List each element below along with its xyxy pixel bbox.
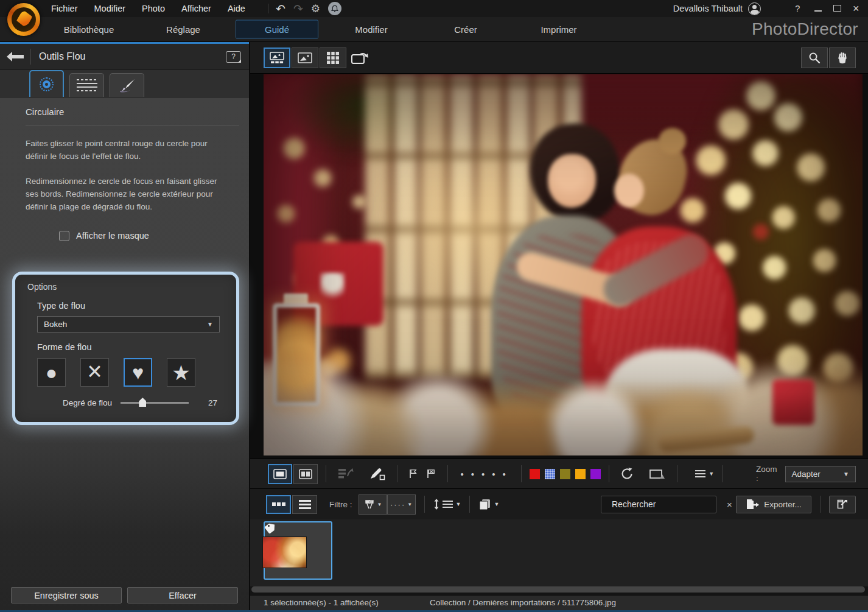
menu-modifier[interactable]: Modifier bbox=[94, 4, 126, 13]
panel-help-corner bbox=[238, 59, 241, 63]
menu-line bbox=[695, 470, 705, 471]
zoom-tool-button[interactable] bbox=[801, 47, 828, 68]
search-clear-icon[interactable]: × bbox=[727, 499, 732, 510]
rotate-canvas-button[interactable] bbox=[346, 47, 373, 68]
sort-arrows-icon bbox=[433, 499, 439, 510]
save-as-button[interactable]: Enregistrer sous bbox=[11, 587, 122, 603]
share-button[interactable] bbox=[829, 496, 856, 513]
menu-aide[interactable]: Aide bbox=[228, 4, 245, 13]
window-maximize-button[interactable] bbox=[833, 5, 841, 12]
mask-row: Afficher le masque bbox=[59, 231, 249, 241]
photo-canvas[interactable] bbox=[264, 74, 863, 455]
thumbnail-image[interactable] bbox=[262, 536, 307, 568]
sort-order-icon[interactable]: ▼ bbox=[433, 499, 461, 510]
image-info-icon[interactable] bbox=[646, 468, 669, 480]
menu-photo[interactable]: Photo bbox=[142, 4, 165, 13]
export-button[interactable]: Exporter... bbox=[736, 496, 811, 513]
menu-fichier[interactable]: Fichier bbox=[51, 4, 78, 13]
star-shape-icon: ★ bbox=[172, 362, 190, 383]
color-label-yellow[interactable] bbox=[575, 469, 586, 479]
tab-guide[interactable]: Guidé bbox=[236, 20, 318, 39]
list-view-button[interactable] bbox=[292, 495, 317, 514]
color-label-blue[interactable] bbox=[545, 469, 555, 479]
back-arrow-button[interactable] bbox=[0, 52, 30, 62]
rotate-left-icon[interactable] bbox=[617, 467, 637, 480]
settings-gear-icon[interactable]: ⚙ bbox=[311, 4, 320, 14]
panel-body: Circulaire Faites glisser le point centr… bbox=[0, 97, 249, 612]
viewer-grid-view-button[interactable] bbox=[320, 47, 346, 68]
horizontal-scrollbar[interactable] bbox=[251, 586, 865, 593]
menu-afficher[interactable]: Afficher bbox=[181, 4, 211, 13]
flag-pick-icon[interactable] bbox=[405, 469, 421, 479]
blur-tools-panel: Outils Flou ? bbox=[0, 42, 250, 612]
clear-button[interactable]: Effacer bbox=[127, 587, 238, 603]
user-avatar-icon[interactable] bbox=[748, 2, 761, 15]
toolbar-divider bbox=[326, 465, 326, 482]
shape-circle-button[interactable]: ● bbox=[37, 358, 66, 387]
undo-icon[interactable]: ↶ bbox=[276, 3, 285, 15]
degree-value: 27 bbox=[208, 398, 217, 407]
filterbar-divider bbox=[820, 496, 821, 513]
color-label-purple[interactable] bbox=[590, 469, 601, 479]
export-icon bbox=[746, 499, 759, 510]
zoom-level-dropdown[interactable]: Adapter ▼ bbox=[785, 466, 856, 482]
shape-heart-button[interactable]: ♥ bbox=[124, 358, 152, 387]
degree-slider-track[interactable] bbox=[121, 402, 189, 404]
tag-icon bbox=[264, 522, 277, 533]
hand-tool-button[interactable] bbox=[829, 47, 856, 68]
tab-reglage[interactable]: Réglage bbox=[166, 24, 200, 35]
blur-type-dropdown[interactable]: Bokeh ▼ bbox=[37, 316, 220, 332]
module-tab-row: Bibliothèque Réglage Guidé Modifier Crée… bbox=[0, 17, 868, 42]
cross-shape-icon: × bbox=[87, 359, 102, 384]
show-mask-checkbox[interactable] bbox=[59, 231, 69, 241]
account-area: Devallois Thibault bbox=[673, 0, 761, 17]
flag-reject-icon[interactable] bbox=[423, 469, 439, 479]
tab-linear-blur[interactable] bbox=[69, 73, 104, 97]
flag-filter-button[interactable]: ▼ bbox=[359, 494, 387, 515]
chevron-down-icon: ▼ bbox=[709, 471, 714, 477]
panel-header: Outils Flou ? bbox=[0, 44, 249, 70]
tab-bibliotheque[interactable]: Bibliothèque bbox=[64, 24, 114, 35]
filter-label: Filtre : bbox=[329, 500, 352, 509]
compare-two-mode-button[interactable] bbox=[293, 464, 318, 484]
tab-creer[interactable]: Créer bbox=[454, 24, 477, 35]
shape-cross-button[interactable]: × bbox=[80, 358, 109, 387]
window-close-button[interactable]: × bbox=[853, 2, 859, 15]
window-help-button[interactable]: ? bbox=[795, 3, 800, 13]
shape-star-button[interactable]: ★ bbox=[167, 358, 195, 387]
rating-dots[interactable]: ••••• bbox=[456, 469, 513, 479]
tab-modifier[interactable]: Modifier bbox=[355, 24, 387, 35]
linear-blur-icon bbox=[77, 79, 97, 91]
sort-line bbox=[443, 507, 453, 508]
linear-icon-line bbox=[77, 83, 97, 84]
search-input[interactable] bbox=[612, 499, 722, 509]
circular-blur-icon bbox=[43, 80, 51, 88]
notification-bell-icon[interactable] bbox=[328, 2, 341, 15]
panel-help-icon[interactable]: ? bbox=[226, 51, 241, 63]
color-label-red[interactable] bbox=[530, 469, 540, 479]
viewer-filmstrip-view-button[interactable] bbox=[264, 47, 290, 68]
stack-photos-icon[interactable]: ▼ bbox=[478, 499, 499, 510]
options-group-label: Options bbox=[27, 282, 224, 292]
rating-filter-button[interactable]: ···· ▼ bbox=[387, 494, 416, 515]
thumbnail-view-button[interactable] bbox=[266, 495, 291, 514]
user-name[interactable]: Devallois Thibault bbox=[673, 4, 743, 13]
redo-icon[interactable]: ↷ bbox=[293, 3, 303, 15]
viewer-single-view-button[interactable] bbox=[292, 47, 318, 68]
status-bar: 1 sélectionnée(s) - 1 affichée(s) Collec… bbox=[250, 595, 868, 610]
tab-circular-blur[interactable] bbox=[29, 70, 64, 97]
edit-pencil-icon[interactable] bbox=[366, 468, 389, 480]
degree-slider-handle[interactable] bbox=[139, 398, 146, 407]
tab-brush-blur[interactable] bbox=[110, 73, 144, 97]
menu-lines bbox=[695, 470, 705, 477]
color-label-green[interactable] bbox=[560, 469, 570, 479]
tab-imprimer[interactable]: Imprimer bbox=[541, 24, 576, 35]
panel-footer-buttons: Enregistrer sous Effacer bbox=[0, 587, 249, 603]
window-minimize-button[interactable] bbox=[814, 10, 822, 12]
toolbar-divider bbox=[677, 465, 677, 482]
single-image-mode-button[interactable] bbox=[268, 464, 292, 484]
browser-filter-bar: Filtre : ▼ ···· ▼ ▼ ▼ × bbox=[250, 489, 868, 519]
scrollbar-thumb[interactable] bbox=[251, 586, 865, 593]
apply-adjustments-icon[interactable] bbox=[334, 468, 357, 480]
thumbnail-menu-icon[interactable]: ▼ bbox=[695, 470, 714, 477]
